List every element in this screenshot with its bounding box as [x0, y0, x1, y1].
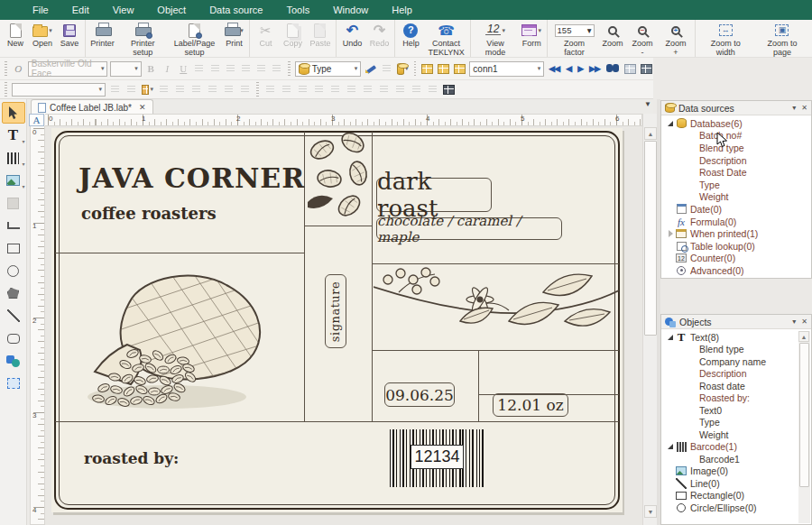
- object-properties-button[interactable]: [442, 83, 456, 97]
- rounded-rectangle-tool[interactable]: [2, 327, 25, 349]
- tree-item-image-group[interactable]: Image(0): [661, 465, 798, 478]
- toolbar-overflow-icon[interactable]: ▼: [644, 100, 651, 108]
- close-panel-icon[interactable]: ✕: [801, 318, 807, 326]
- oblique-line-tool[interactable]: [2, 305, 25, 327]
- ellipse-tool[interactable]: [2, 260, 25, 281]
- collapse-panel-icon[interactable]: ▾: [792, 104, 796, 112]
- tree-item-text-group[interactable]: T Text(8): [661, 331, 798, 344]
- contact-teklynx-button[interactable]: ☎ Contact TEKLYNX: [424, 20, 467, 57]
- connection-combo[interactable]: conn1▾: [469, 61, 544, 77]
- printer-button[interactable]: Printer: [88, 20, 117, 57]
- zoom-to-page-button[interactable]: ▣ Zoom to page: [754, 20, 810, 57]
- label-page[interactable]: JAVA CORNER coffee roasters dark roast c…: [51, 128, 623, 512]
- tree-item-advanced[interactable]: Advanced(0): [661, 264, 811, 277]
- open-button[interactable]: ▾ Open: [29, 20, 56, 57]
- zoom-factor-combo[interactable]: 155▾: [555, 24, 595, 37]
- tree-item-text0-object[interactable]: Text0: [661, 404, 798, 417]
- line-tool[interactable]: [2, 215, 25, 236]
- tree-item-formula[interactable]: fx Formula(0): [661, 216, 811, 228]
- database-export-button[interactable]: [453, 62, 466, 76]
- coffee-branch-illustration[interactable]: [374, 265, 619, 348]
- zoom-out-button[interactable]: − Zoom -: [626, 20, 659, 57]
- printer-setup-button[interactable]: Printer setup: [117, 20, 168, 57]
- toolbar-handle[interactable]: [5, 61, 7, 76]
- undo-button[interactable]: ↶ Undo: [338, 20, 365, 57]
- toolbar-handle[interactable]: [414, 61, 417, 76]
- tree-item-description[interactable]: Description: [661, 154, 811, 167]
- data-sources-header[interactable]: Data sources ▾✕: [661, 101, 811, 115]
- label-page-setup-button[interactable]: Label/Page setup: [168, 20, 220, 57]
- scroll-up-icon[interactable]: ▲: [798, 331, 809, 342]
- zoom-button[interactable]: Zoom: [599, 20, 626, 57]
- form-button[interactable]: ▾ Form: [518, 20, 545, 57]
- document-tab[interactable]: Coffee Label JB.lab* ✕: [31, 99, 153, 115]
- menu-file[interactable]: File: [32, 5, 49, 15]
- tree-item-blend-type-object[interactable]: Blend type: [661, 344, 798, 356]
- scroll-down-icon[interactable]: ▼: [644, 505, 657, 518]
- toolbar-handle[interactable]: [256, 82, 259, 97]
- coffee-sack-illustration[interactable]: [77, 262, 282, 413]
- image-tool[interactable]: ▾: [2, 170, 25, 191]
- ruler-origin-button[interactable]: A: [29, 114, 44, 126]
- menu-window[interactable]: Window: [333, 5, 368, 15]
- tree-item-barcode1-object[interactable]: Barcode1: [661, 453, 798, 465]
- toolbar-handle[interactable]: [288, 61, 291, 76]
- tree-item-date[interactable]: Date(0): [661, 203, 811, 216]
- form-frame-tool[interactable]: [2, 373, 25, 394]
- tree-item-roast-date-object[interactable]: Roast date: [661, 380, 798, 392]
- tree-item-batch-no[interactable]: Batch no#: [661, 130, 811, 143]
- tree-item-weight-object[interactable]: Weight: [661, 428, 798, 441]
- shapes-tool[interactable]: [2, 350, 25, 372]
- tree-item-company-name-object[interactable]: Company name: [661, 355, 798, 368]
- tree-item-database[interactable]: Database(6): [661, 117, 811, 130]
- toolbar-handle[interactable]: [5, 82, 7, 97]
- collapse-panel-icon[interactable]: ▾: [792, 318, 796, 326]
- save-button[interactable]: Save: [56, 20, 83, 57]
- first-record-button[interactable]: ◀◀: [547, 64, 561, 73]
- text-tool[interactable]: T▾: [2, 124, 25, 146]
- tree-item-rectangle-group[interactable]: Rectangle(0): [661, 490, 798, 502]
- select-tool[interactable]: [2, 102, 25, 124]
- objects-header[interactable]: Objects ▾✕: [661, 315, 811, 329]
- database-import-button[interactable]: [437, 62, 450, 76]
- menu-data-source[interactable]: Data source: [209, 5, 263, 15]
- edit-data-source-button[interactable]: [364, 62, 377, 76]
- close-panel-icon[interactable]: ✕: [801, 104, 807, 112]
- tree-item-roast-date[interactable]: Roast Date: [661, 166, 811, 179]
- polygon-tool[interactable]: [2, 282, 25, 304]
- tree-item-circle-group[interactable]: Circle/Ellipse(0): [661, 502, 798, 514]
- description-text[interactable]: chocolate / caramel / maple: [376, 217, 562, 240]
- design-canvas[interactable]: JAVA CORNER coffee roasters dark roast c…: [45, 126, 642, 525]
- close-tab-icon[interactable]: ✕: [139, 103, 146, 112]
- view-mode-button[interactable]: 12▾ View mode: [473, 20, 518, 57]
- roast-date-text[interactable]: 09.06.25: [384, 382, 455, 407]
- scrollbar-thumb[interactable]: [644, 141, 657, 336]
- tree-item-description-object[interactable]: Description: [661, 368, 798, 381]
- roasted-by-text[interactable]: roasted by:: [84, 449, 179, 467]
- database-view-button[interactable]: [640, 62, 653, 76]
- signature-text[interactable]: signature: [325, 274, 346, 348]
- tree-item-table-lookup[interactable]: Table lookup(0): [661, 240, 811, 253]
- search-record-icon[interactable]: [606, 64, 619, 73]
- data-source-type-combo[interactable]: Type▾: [295, 61, 362, 77]
- last-record-button[interactable]: ▶▶: [587, 64, 602, 73]
- menu-view[interactable]: View: [113, 5, 134, 15]
- expander-icon[interactable]: [666, 230, 675, 237]
- blend-type-text[interactable]: dark roast: [376, 178, 492, 212]
- tree-item-counter[interactable]: 12 Counter(0): [661, 253, 811, 265]
- tree-item-type[interactable]: Type: [661, 179, 811, 191]
- zoom-to-width-button[interactable]: ↔ Zoom to width: [697, 20, 754, 57]
- tree-item-blend-type[interactable]: Blend type: [661, 142, 811, 154]
- barcode-tool[interactable]: ▾: [2, 147, 25, 169]
- rectangle-tool[interactable]: [2, 237, 25, 259]
- previous-record-button[interactable]: ◀: [564, 64, 573, 73]
- tree-item-when-printed[interactable]: When printed(1): [661, 227, 811, 240]
- expander-icon[interactable]: [666, 444, 675, 449]
- menu-tools[interactable]: Tools: [286, 5, 309, 15]
- database-browse-button[interactable]: [420, 62, 434, 76]
- company-name-text[interactable]: JAVA CORNER: [78, 162, 305, 194]
- zoom-in-button[interactable]: + Zoom +: [659, 20, 693, 57]
- next-record-button[interactable]: ▶: [576, 64, 585, 73]
- barcode-object[interactable]: 12134: [390, 429, 484, 487]
- expander-icon[interactable]: [666, 121, 675, 126]
